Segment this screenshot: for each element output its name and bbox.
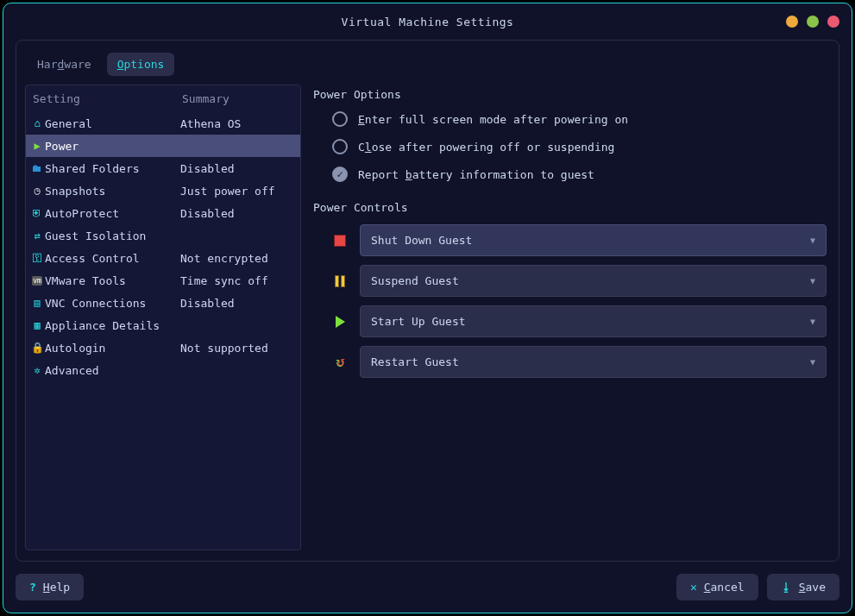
window-controls xyxy=(786,16,839,28)
sidebar-item-autoprotect[interactable]: ⛨AutoProtectDisabled xyxy=(26,202,300,224)
pause-icon xyxy=(332,273,348,289)
sidebar-item-snapshots[interactable]: ◷SnapshotsJust power off xyxy=(26,179,300,202)
settings-list-header: Setting Summary xyxy=(26,85,300,112)
help-button[interactable]: ? Help xyxy=(16,574,84,600)
gear-icon: ✲ xyxy=(29,364,45,376)
maximize-button[interactable] xyxy=(807,16,819,28)
settings-list: Setting Summary ⌂GeneralAthena OS▶Power🖿… xyxy=(25,85,301,550)
lock-icon: 🔒 xyxy=(29,342,45,354)
main-area: Setting Summary ⌂GeneralAthena OS▶Power🖿… xyxy=(25,85,830,550)
sidebar-item-autologin[interactable]: 🔒AutologinNot supported xyxy=(26,336,300,359)
tab-bar: Hardware Options xyxy=(25,49,830,76)
power-control-restart: ↻Restart Guest▼ xyxy=(332,346,827,378)
power-control-stop: Shut Down Guest▼ xyxy=(332,224,827,256)
radio-icon[interactable] xyxy=(332,139,348,154)
power-control-dropdown[interactable]: Restart Guest▼ xyxy=(360,346,827,378)
dropdown-value: Restart Guest xyxy=(371,355,459,368)
sidebar-item-summary: Just power off xyxy=(180,185,297,198)
shield-icon: ⛨ xyxy=(29,207,45,219)
sidebar-item-label: Access Control xyxy=(45,252,180,265)
sidebar-item-label: Power xyxy=(45,140,180,153)
settings-list-body: ⌂GeneralAthena OS▶Power🖿Shared FoldersDi… xyxy=(26,112,300,381)
sidebar-item-summary: Not encrypted xyxy=(180,252,297,265)
sidebar-item-guest-isolation[interactable]: ⇄Guest Isolation xyxy=(26,224,300,247)
chevron-down-icon: ▼ xyxy=(810,317,815,326)
sidebar-item-access-control[interactable]: ⚿Access ControlNot encrypted xyxy=(26,247,300,269)
power-options-title: Power Options xyxy=(313,88,827,101)
sidebar-item-label: Advanced xyxy=(45,364,180,377)
chevron-down-icon: ▼ xyxy=(810,357,815,367)
iso-icon: ⇄ xyxy=(29,229,45,242)
window-title: Virtual Machine Settings xyxy=(342,16,514,28)
sidebar-item-label: Guest Isolation xyxy=(45,229,180,242)
save-button[interactable]: ⭳ Save xyxy=(767,574,839,600)
key-icon: ⚿ xyxy=(29,252,45,264)
sidebar-item-summary: Disabled xyxy=(180,297,297,310)
tab-hardware[interactable]: Hardware xyxy=(27,53,102,76)
save-icon: ⭳ xyxy=(781,581,792,594)
dropdown-value: Start Up Guest xyxy=(371,315,466,328)
cancel-icon: ✕ xyxy=(690,581,697,594)
power-control-pause: Suspend Guest▼ xyxy=(332,265,827,297)
sidebar-item-power[interactable]: ▶Power xyxy=(26,135,300,157)
power-option-0[interactable]: Enter full screen mode after powering on xyxy=(332,111,827,127)
checkbox-icon[interactable] xyxy=(332,167,348,182)
save-label: Save xyxy=(799,581,826,594)
help-icon: ? xyxy=(29,581,36,594)
sidebar-item-general[interactable]: ⌂GeneralAthena OS xyxy=(26,112,300,135)
power-option-2[interactable]: Report battery information to guest xyxy=(332,167,827,182)
cancel-button[interactable]: ✕ Cancel xyxy=(676,574,758,600)
titlebar: Virtual Machine Settings xyxy=(3,3,852,40)
chevron-down-icon: ▼ xyxy=(810,236,815,245)
power-option-1[interactable]: Close after powering off or suspending xyxy=(332,139,827,154)
cancel-label: Cancel xyxy=(704,581,745,594)
power-controls-group: Shut Down Guest▼Suspend Guest▼Start Up G… xyxy=(313,224,827,378)
radio-icon[interactable] xyxy=(332,111,348,127)
settings-window: Virtual Machine Settings Hardware Option… xyxy=(3,3,852,613)
sidebar-item-summary: Athena OS xyxy=(180,117,297,130)
sidebar-item-summary: Time sync off xyxy=(180,274,297,287)
appl-icon: ▦ xyxy=(29,319,45,331)
sidebar-item-shared-folders[interactable]: 🖿Shared FoldersDisabled xyxy=(26,157,300,179)
settings-detail: Power Options Enter full screen mode aft… xyxy=(313,85,830,550)
sidebar-item-summary: Disabled xyxy=(180,162,297,175)
snap-icon: ◷ xyxy=(29,185,45,197)
sidebar-item-label: Shared Folders xyxy=(45,162,180,175)
power-control-dropdown[interactable]: Shut Down Guest▼ xyxy=(360,224,827,256)
vnc-icon: ▤ xyxy=(29,297,45,309)
folder-icon: 🖿 xyxy=(29,162,45,174)
col-header-summary: Summary xyxy=(182,92,295,105)
power-control-dropdown[interactable]: Start Up Guest▼ xyxy=(360,305,827,337)
power-control-dropdown[interactable]: Suspend Guest▼ xyxy=(360,265,827,297)
chevron-down-icon: ▼ xyxy=(810,276,815,286)
sidebar-item-appliance-details[interactable]: ▦Appliance Details xyxy=(26,314,300,336)
help-label: Help xyxy=(43,581,70,594)
sidebar-item-advanced[interactable]: ✲Advanced xyxy=(26,359,300,381)
footer: ? Help ✕ Cancel ⭳ Save xyxy=(3,574,852,613)
option-label: Report battery information to guest xyxy=(358,168,594,181)
general-icon: ⌂ xyxy=(29,117,45,129)
tab-options[interactable]: Options xyxy=(107,53,175,76)
option-label: Enter full screen mode after powering on xyxy=(358,113,628,126)
play-icon xyxy=(332,314,348,330)
power-control-play: Start Up Guest▼ xyxy=(332,305,827,337)
dropdown-value: Shut Down Guest xyxy=(371,234,472,247)
dropdown-value: Suspend Guest xyxy=(371,274,459,287)
restart-icon: ↻ xyxy=(332,355,348,370)
sidebar-item-vmware-tools[interactable]: vmVMware ToolsTime sync off xyxy=(26,269,300,292)
sidebar-item-label: Appliance Details xyxy=(45,319,180,332)
footer-right: ✕ Cancel ⭳ Save xyxy=(676,574,839,600)
col-header-setting: Setting xyxy=(31,92,182,105)
sidebar-item-summary: Not supported xyxy=(180,342,297,355)
vmw-icon: vm xyxy=(29,276,45,286)
sidebar-item-label: Autologin xyxy=(45,342,180,355)
content-panel: Hardware Options Setting Summary ⌂Genera… xyxy=(16,40,839,562)
power-options-group: Enter full screen mode after powering on… xyxy=(313,111,827,182)
close-button[interactable] xyxy=(827,16,839,28)
power-controls-title: Power Controls xyxy=(313,201,827,214)
sidebar-item-vnc-connections[interactable]: ▤VNC ConnectionsDisabled xyxy=(26,292,300,314)
sidebar-item-label: Snapshots xyxy=(45,185,180,198)
option-label: Close after powering off or suspending xyxy=(358,141,614,154)
sidebar-item-label: VNC Connections xyxy=(45,297,180,310)
minimize-button[interactable] xyxy=(786,16,798,28)
